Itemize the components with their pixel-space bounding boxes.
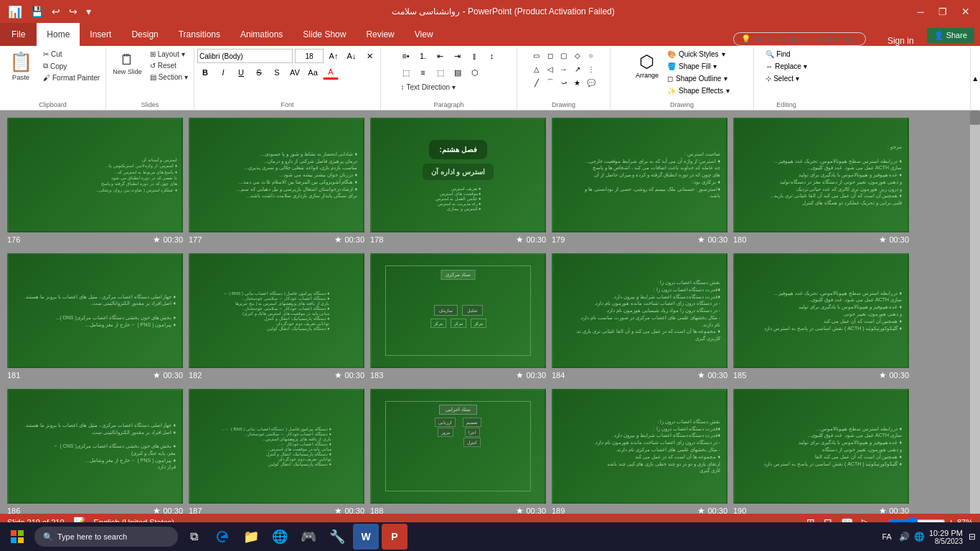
shape-star[interactable]: ★ bbox=[571, 76, 584, 89]
align-right-button[interactable]: ⬚ bbox=[433, 65, 448, 80]
tab-animations[interactable]: Animations bbox=[230, 23, 293, 46]
restore-button[interactable]: ❐ bbox=[934, 5, 951, 19]
font-color-button[interactable]: A bbox=[323, 65, 339, 80]
start-button[interactable] bbox=[3, 522, 32, 551]
edge-icon[interactable] bbox=[209, 524, 235, 550]
slide-thumb-185[interactable]: ♦ در رابطه استرس سطح هیپوتالاموس، تحریک … bbox=[733, 253, 909, 368]
shape-conn[interactable]: ⤻ bbox=[557, 76, 570, 89]
find-button[interactable]: 🔍 Find bbox=[761, 49, 811, 60]
slide-item-177[interactable]: ♦ شادابی انحصار به نشاط و شور و پا حسودی… bbox=[189, 118, 364, 245]
copy-button[interactable]: ⧉ Copy bbox=[40, 60, 103, 72]
shape-outline-button[interactable]: ◻ Shape Outline ▾ bbox=[664, 73, 732, 84]
slide-thumb-177[interactable]: ♦ شادابی انحصار به نشاط و شور و پا حسودی… bbox=[189, 118, 364, 232]
minimize-button[interactable]: ─ bbox=[913, 5, 928, 19]
slide-item-183[interactable]: ستاد مرکزی تحلیل سازمان مرکز مرکز مرکز bbox=[370, 253, 546, 380]
font-name-input[interactable] bbox=[197, 49, 293, 63]
tab-slideshow[interactable]: Slide Show bbox=[293, 23, 356, 46]
task-view-button[interactable]: ⧉ bbox=[181, 524, 207, 550]
align-center-button[interactable]: ≡ bbox=[415, 65, 431, 80]
slide-item-190[interactable]: ♦ در رابطه استرس سطح هیپوتالاموس... سازی… bbox=[733, 389, 909, 514]
notifications-icon[interactable]: 🔊 bbox=[899, 532, 910, 542]
slide-thumb-176[interactable]: استرس و آستانه آن ♦ استرس: از واژه لاتین… bbox=[7, 118, 183, 232]
shape-fill-button[interactable]: 🪣 Shape Fill ▾ bbox=[664, 61, 732, 72]
arrange-button[interactable]: ⬡ Arrange bbox=[631, 49, 663, 82]
numbering-button[interactable]: 1. bbox=[415, 49, 431, 63]
bullets-button[interactable]: ≡• bbox=[398, 49, 414, 63]
format-painter-button[interactable]: 🖌 Format Painter bbox=[40, 72, 103, 83]
close-button[interactable]: ✕ bbox=[957, 4, 974, 19]
signin-button[interactable]: Sign in bbox=[880, 36, 921, 46]
shape-tri[interactable]: △ bbox=[530, 62, 543, 75]
shape-rtri[interactable]: ◁ bbox=[544, 62, 557, 75]
app7-icon[interactable]: 🔧 bbox=[324, 524, 350, 550]
shape-rounded[interactable]: ▢ bbox=[557, 49, 570, 62]
slide-item-182[interactable]: ♦ دستگاه پیرامون فاصل ( دستگاه اعصاب نبا… bbox=[189, 253, 364, 380]
slides-panel[interactable]: استرس و آستانه آن ♦ استرس: از واژه لاتین… bbox=[0, 110, 970, 514]
shape-line[interactable]: ╱ bbox=[530, 76, 543, 89]
chrome-icon[interactable]: 🌐 bbox=[267, 524, 293, 550]
layout-button[interactable]: ⊞ Layout ▾ bbox=[147, 49, 191, 60]
slide-item-187[interactable]: ♦ دستگاه پیرامون فاصل ( دستگاه اعصاب نبا… bbox=[189, 389, 364, 514]
word-icon[interactable]: W bbox=[353, 524, 379, 550]
slide-thumb-183[interactable]: ستاد مرکزی تحلیل سازمان مرکز مرکز مرکز bbox=[370, 253, 546, 368]
slide-thumb-180[interactable]: مرجو : ♦ در رابطه استرس سطح هیپوتالاموس،… bbox=[733, 118, 909, 232]
undo-icon[interactable]: ↩ bbox=[50, 4, 62, 19]
shape-arrow2[interactable]: ↗ bbox=[571, 62, 584, 75]
tab-review[interactable]: Review bbox=[356, 23, 404, 46]
shape-diamond[interactable]: ◇ bbox=[571, 49, 584, 62]
font-decrease-button[interactable]: A↓ bbox=[344, 49, 359, 63]
taskbar-search[interactable]: 🔍 Type here to search bbox=[34, 527, 178, 547]
slide-thumb-179[interactable]: صاحبت استرس : ♦ استرس: از واژه آن می آید… bbox=[552, 118, 727, 232]
ribbon-collapse[interactable]: ▲ bbox=[970, 47, 980, 110]
slide-item-184[interactable]: نقش دستگاه اعصاب درون زا : ♦قدرت دستگاه … bbox=[552, 253, 727, 380]
tab-transitions[interactable]: Transitions bbox=[169, 23, 230, 46]
cut-button[interactable]: ✂ Cut bbox=[40, 49, 103, 60]
text-direction-button[interactable]: ↕ Text Direction ▾ bbox=[398, 82, 459, 93]
shape-more[interactable]: ⋮ bbox=[585, 62, 598, 75]
right-scrollbar[interactable] bbox=[970, 110, 980, 514]
italic-button[interactable]: I bbox=[215, 65, 231, 80]
select-button[interactable]: ⊹ Select ▾ bbox=[761, 73, 811, 84]
align-left-button[interactable]: ⬚ bbox=[398, 65, 414, 80]
section-button[interactable]: ▤ Section ▾ bbox=[147, 72, 191, 83]
clear-format-button[interactable]: ✕ bbox=[362, 49, 377, 63]
network-icon[interactable]: 🌐 bbox=[914, 532, 925, 542]
scroll-thumb[interactable] bbox=[970, 110, 980, 125]
slide-thumb-188[interactable]: ستاد اجرایی تصمیم اجرا کنترل ارزیابی مرو… bbox=[370, 389, 546, 504]
paste-button[interactable]: 📋 Paste bbox=[3, 49, 39, 83]
shape-rect2[interactable]: ◻ bbox=[544, 49, 557, 62]
tab-home[interactable]: Home bbox=[37, 23, 80, 46]
slide-thumb-184[interactable]: نقش دستگاه اعصاب درون زا : ♦قدرت دستگاه … bbox=[552, 253, 727, 368]
app6-icon[interactable]: 🎮 bbox=[296, 524, 321, 550]
tell-me-input[interactable]: 💡 Tell me what you want to do... bbox=[733, 32, 866, 46]
shape-arrow[interactable]: → bbox=[557, 62, 570, 75]
slide-thumb-181[interactable]: ♦ جهاز اصلی دستگاه اعصاب مرکزی ، مثیل ها… bbox=[7, 253, 183, 368]
line-spacing-button[interactable]: ↕ bbox=[484, 49, 500, 63]
slide-thumb-186[interactable]: ♦ جهاز اصلی دستگاه اعصاب مرکزی ، مثیل ها… bbox=[7, 389, 183, 504]
collapse-icon[interactable]: ▲ bbox=[971, 75, 980, 83]
font-increase-button[interactable]: A↑ bbox=[326, 49, 341, 63]
decrease-indent-button[interactable]: ⇤ bbox=[433, 49, 448, 63]
slide-thumb-182[interactable]: ♦ دستگاه پیرامون فاصل ( دستگاه اعصاب نبا… bbox=[189, 253, 364, 368]
shape-effects-button[interactable]: ✨ Shape Effects ▾ bbox=[664, 85, 732, 96]
share-button[interactable]: 👤 Share bbox=[927, 28, 974, 43]
spacing-button[interactable]: AV bbox=[287, 65, 303, 80]
underline-button[interactable]: U bbox=[233, 65, 249, 80]
slide-thumb-178[interactable]: فصل هشتم: استرس و اداره آن ♦ تعریف استرس… bbox=[370, 118, 546, 232]
slide-item-189[interactable]: نقش دستگاه اعصاب درون زا : ♦قدرت دستگاه … bbox=[552, 389, 727, 514]
tab-file[interactable]: File bbox=[0, 23, 37, 46]
strikethrough-button[interactable]: S bbox=[251, 65, 267, 80]
tab-view[interactable]: View bbox=[405, 23, 443, 46]
file-explorer-icon[interactable]: 📁 bbox=[238, 524, 264, 550]
redo-icon[interactable]: ↪ bbox=[67, 4, 80, 19]
slide-item-180[interactable]: مرجو : ♦ در رابطه استرس سطح هیپوتالاموس،… bbox=[733, 118, 909, 245]
slide-thumb-189[interactable]: نقش دستگاه اعصاب درون زا : ♦قدرت دستگاه … bbox=[552, 389, 727, 504]
slide-item-185[interactable]: ♦ در رابطه استرس سطح هیپوتالاموس، تحریک … bbox=[733, 253, 909, 380]
slide-item-178[interactable]: فصل هشتم: استرس و اداره آن ♦ تعریف استرس… bbox=[370, 118, 546, 245]
justify-button[interactable]: ▤ bbox=[450, 65, 466, 80]
columns-button[interactable]: ⫿ bbox=[467, 49, 483, 63]
slide-thumb-187[interactable]: ♦ دستگاه پیرامون فاصل ( دستگاه اعصاب نبا… bbox=[189, 389, 364, 504]
slide-item-188[interactable]: ستاد اجرایی تصمیم اجرا کنترل ارزیابی مرو… bbox=[370, 389, 546, 514]
bold-button[interactable]: B bbox=[197, 65, 213, 80]
reset-button[interactable]: ↺ Reset bbox=[147, 60, 191, 71]
